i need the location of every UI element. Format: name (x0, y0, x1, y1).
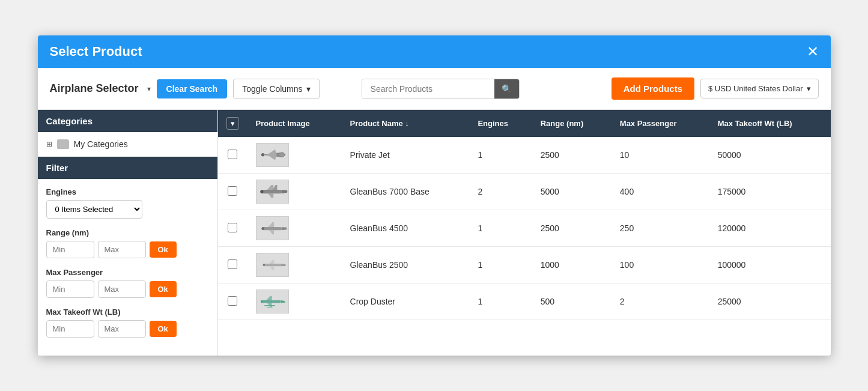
max-passenger-row: Ok (46, 280, 209, 298)
expand-icon[interactable]: ⊞ (46, 140, 52, 148)
max-passenger-label: Max Passenger (46, 268, 209, 277)
row-range-cell: 5000 (532, 174, 612, 210)
row-name-cell: GleanBus 2500 (342, 247, 470, 283)
max-passenger-max-input[interactable] (98, 280, 146, 298)
col-max-takeoff: Max Takeoff Wt (LB) (709, 110, 831, 137)
row-checkbox-4[interactable] (228, 296, 237, 306)
row-max-passenger-cell: 400 (612, 174, 709, 210)
row-name-cell: GleanBus 7000 Base (342, 174, 470, 210)
table-row: Crop Duster 1 500 2 25000 (218, 283, 831, 320)
svg-rect-4 (261, 190, 282, 193)
row-range-cell: 1000 (532, 247, 612, 283)
svg-marker-6 (267, 185, 273, 190)
svg-rect-10 (261, 227, 282, 230)
categories-header: Categories (38, 110, 217, 132)
svg-marker-13 (269, 231, 274, 235)
main-content: ▾ Product Image Product Name ↓ Engines R… (218, 110, 831, 356)
row-checkbox-cell[interactable] (218, 210, 247, 247)
row-image-cell (247, 137, 342, 174)
row-checkbox-cell[interactable] (218, 174, 247, 210)
svg-marker-5 (282, 190, 287, 193)
range-min-input[interactable] (46, 241, 94, 258)
col-product-image: Product Image (247, 110, 342, 137)
svg-marker-1 (267, 150, 276, 160)
row-checkbox-2[interactable] (228, 223, 237, 232)
row-max-takeoff-cell: 100000 (709, 247, 831, 283)
row-checkbox-cell[interactable] (218, 247, 247, 283)
categories-body: ⊞ My Categories (38, 132, 217, 157)
row-max-passenger-cell: 100 (612, 247, 709, 283)
product-image-1 (256, 180, 289, 204)
svg-marker-17 (269, 260, 274, 264)
sort-button[interactable]: ▾ (226, 117, 239, 130)
col-range: Range (nm) (532, 110, 612, 137)
select-product-modal: Select Product ✕ Airplane Selector ▾ Cle… (38, 35, 831, 356)
row-checkbox-3[interactable] (228, 259, 237, 269)
row-image-cell (247, 210, 342, 247)
row-checkbox-1[interactable] (228, 186, 237, 196)
product-image-2 (256, 216, 289, 240)
row-checkbox-cell[interactable] (218, 137, 247, 174)
currency-dropdown-icon: ▾ (807, 84, 811, 93)
range-ok-button[interactable]: Ok (150, 241, 177, 258)
range-max-input[interactable] (98, 241, 146, 258)
row-engines-cell: 1 (469, 247, 532, 283)
svg-point-19 (263, 264, 265, 267)
close-button[interactable]: ✕ (807, 44, 819, 59)
max-passenger-ok-button[interactable]: Ok (150, 281, 177, 297)
row-engines-cell: 1 (469, 210, 532, 247)
max-takeoff-filter: Max Takeoff Wt (LB) Ok (46, 308, 209, 338)
col-engines: Engines (469, 110, 532, 137)
selector-dropdown-arrow[interactable]: ▾ (147, 85, 151, 93)
row-engines-cell: 1 (469, 137, 532, 174)
table-row: Private Jet 1 2500 10 50000 (218, 137, 831, 174)
col-max-passenger: Max Passenger (612, 110, 709, 137)
engines-label: Engines (46, 187, 209, 196)
row-checkbox-0[interactable] (228, 150, 237, 159)
clear-search-button[interactable]: Clear Search (157, 79, 228, 99)
categories-item[interactable]: ⊞ My Categories (46, 139, 209, 149)
product-image-0 (256, 143, 289, 167)
add-products-button[interactable]: Add Products (612, 77, 694, 100)
max-takeoff-min-input[interactable] (46, 320, 94, 338)
search-button[interactable]: 🔍 (494, 79, 519, 99)
folder-icon (57, 139, 69, 149)
svg-marker-16 (281, 264, 285, 266)
svg-marker-8 (268, 194, 273, 198)
range-row: Ok (46, 241, 209, 258)
col-product-name[interactable]: Product Name ↓ (342, 110, 470, 137)
sort-col-header: ▾ (218, 110, 247, 137)
table-row: GleanBus 4500 1 2500 250 120000 (218, 210, 831, 247)
row-image-cell (247, 174, 342, 210)
modal-header: Select Product ✕ (38, 35, 831, 68)
svg-marker-11 (282, 227, 287, 230)
row-image-cell (247, 283, 342, 320)
svg-marker-12 (268, 222, 274, 227)
max-takeoff-ok-button[interactable]: Ok (150, 321, 177, 337)
row-max-passenger-cell: 10 (612, 137, 709, 174)
max-passenger-min-input[interactable] (46, 280, 94, 298)
row-max-takeoff-cell: 175000 (709, 174, 831, 210)
max-takeoff-max-input[interactable] (98, 320, 146, 338)
product-image-3 (256, 253, 289, 277)
search-input[interactable] (362, 79, 494, 99)
row-max-takeoff-cell: 50000 (709, 137, 831, 174)
currency-selector[interactable]: $ USD United States Dollar ▾ (700, 79, 819, 99)
svg-marker-18 (270, 267, 274, 270)
row-name-cell: GleanBus 4500 (342, 210, 470, 247)
row-max-passenger-cell: 250 (612, 210, 709, 247)
table-row: GleanBus 2500 1 1000 100 100000 (218, 247, 831, 283)
max-takeoff-row: Ok (46, 320, 209, 338)
selector-label: Airplane Selector (50, 82, 139, 95)
engines-select[interactable]: 0 Items Selected (46, 200, 142, 219)
max-takeoff-label: Max Takeoff Wt (LB) (46, 308, 209, 317)
row-engines-cell: 2 (469, 174, 532, 210)
svg-point-24 (261, 301, 263, 303)
row-checkbox-cell[interactable] (218, 283, 247, 320)
search-box: 🔍 (362, 79, 520, 99)
row-name-cell: Crop Duster (342, 283, 470, 320)
row-range-cell: 2500 (532, 137, 612, 174)
filter-header: Filter (38, 157, 217, 179)
toggle-columns-button[interactable]: Toggle Columns ▾ (233, 79, 319, 99)
filter-body: Engines 0 Items Selected Range (nm) Ok M… (38, 179, 217, 356)
